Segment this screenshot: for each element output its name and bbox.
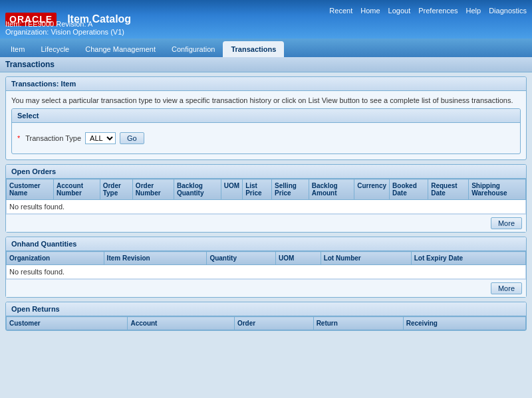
page-title: Transactions xyxy=(0,57,532,72)
col-customer: Customer xyxy=(7,317,128,330)
col-uom: UOM xyxy=(221,179,242,200)
go-button[interactable]: Go xyxy=(120,132,144,144)
col-backlog-amount: Backlog Amount xyxy=(309,179,354,200)
col-shipping-warehouse: Shipping Warehouse xyxy=(469,179,526,200)
col-item-revision: Item Revision xyxy=(104,252,207,265)
tab-item[interactable]: Item xyxy=(3,41,33,57)
col-list-price: List Price xyxy=(243,179,272,200)
onhand-quantities-header: Onhand Quantities xyxy=(6,237,526,251)
onhand-quantities-table: Organization Item Revision Quantity UOM … xyxy=(6,251,526,279)
col-receiving: Receiving xyxy=(403,317,525,330)
open-orders-more-button[interactable]: More xyxy=(491,217,522,229)
open-returns-header: Open Returns xyxy=(6,302,526,316)
tab-change-management[interactable]: Change Management xyxy=(77,41,164,57)
open-returns-header-row: Customer Account Order Return Receiving xyxy=(7,317,526,330)
col-organization: Organization xyxy=(7,252,104,265)
transactions-description: You may select a particular transaction … xyxy=(11,96,521,104)
col-return: Return xyxy=(313,317,403,330)
item-info: Item: TEE9000 Revision: A Organization: … xyxy=(5,20,124,36)
nav-home[interactable]: Home xyxy=(360,7,380,15)
tab-transactions[interactable]: Transactions xyxy=(223,41,284,57)
col-backlog-qty: Backlog Quantity xyxy=(174,179,221,200)
col-account: Account xyxy=(128,317,235,330)
col-lot-number: Lot Number xyxy=(321,252,411,265)
select-section: Select * Transaction Type ALL Go xyxy=(11,108,521,154)
nav-diagnostics[interactable]: Diagnostics xyxy=(489,7,527,15)
onhand-quantities-section: Onhand Quantities Organization Item Revi… xyxy=(5,237,527,298)
nav-recent[interactable]: Recent xyxy=(329,7,352,15)
col-currency: Currency xyxy=(354,179,390,200)
open-orders-no-results-row: No results found. xyxy=(7,200,526,214)
transactions-section-header: Transactions: Item xyxy=(6,77,526,91)
nav-help[interactable]: Help xyxy=(466,7,481,15)
col-order-number: Order Number xyxy=(132,179,174,200)
col-order: Order xyxy=(234,317,313,330)
open-orders-no-results: No results found. xyxy=(7,200,526,214)
top-nav: Recent Home Logout Preferences Help Diag… xyxy=(329,7,527,15)
open-returns-table: Customer Account Order Return Receiving xyxy=(6,316,526,330)
top-header: ORACLE Item Catalog Item: TEE9000 Revisi… xyxy=(0,0,532,39)
col-account-number: Account Number xyxy=(54,179,100,200)
nav-logout[interactable]: Logout xyxy=(388,7,411,15)
open-orders-more-row: More xyxy=(6,214,526,232)
open-orders-header: Open Orders xyxy=(6,165,526,179)
onhand-header-row: Organization Item Revision Quantity UOM … xyxy=(7,252,526,265)
col-uom2: UOM xyxy=(276,252,321,265)
onhand-no-results-row: No results found. xyxy=(7,265,526,279)
required-indicator: * xyxy=(17,134,20,142)
select-section-header: Select xyxy=(12,109,520,123)
transaction-type-label: Transaction Type xyxy=(25,134,81,142)
transactions-section-body: You may select a particular transaction … xyxy=(6,91,526,159)
open-orders-table: Customer Name Account Number Order Type … xyxy=(6,179,526,214)
col-quantity: Quantity xyxy=(207,252,276,265)
onhand-more-button[interactable]: More xyxy=(491,282,522,294)
item-info-line1: Item: TEE9000 Revision: A xyxy=(5,20,124,28)
col-selling-price: Selling Price xyxy=(272,179,309,200)
open-returns-section: Open Returns Customer Account Order Retu… xyxy=(5,302,527,331)
tab-lifecycle[interactable]: Lifecycle xyxy=(33,41,77,57)
select-section-body: * Transaction Type ALL Go xyxy=(12,123,520,153)
col-booked-date: Booked Date xyxy=(390,179,428,200)
tabs-bar: Item Lifecycle Change Management Configu… xyxy=(0,39,532,57)
item-info-line2: Organization: Vision Operations (V1) xyxy=(5,28,124,36)
tab-configuration[interactable]: Configuration xyxy=(164,41,223,57)
onhand-more-row: More xyxy=(6,279,526,297)
onhand-no-results: No results found. xyxy=(7,265,526,279)
col-customer-name: Customer Name xyxy=(7,179,54,200)
transactions-section: Transactions: Item You may select a part… xyxy=(5,76,527,160)
transaction-type-select[interactable]: ALL xyxy=(85,132,116,144)
col-lot-expiry-date: Lot Expiry Date xyxy=(411,252,525,265)
col-request-date: Request Date xyxy=(428,179,469,200)
nav-preferences[interactable]: Preferences xyxy=(418,7,458,15)
open-orders-header-row: Customer Name Account Number Order Type … xyxy=(7,179,526,200)
select-form: * Transaction Type ALL Go xyxy=(17,128,515,148)
col-order-type: Order Type xyxy=(100,179,132,200)
open-orders-section: Open Orders Customer Name Account Number… xyxy=(5,164,527,233)
